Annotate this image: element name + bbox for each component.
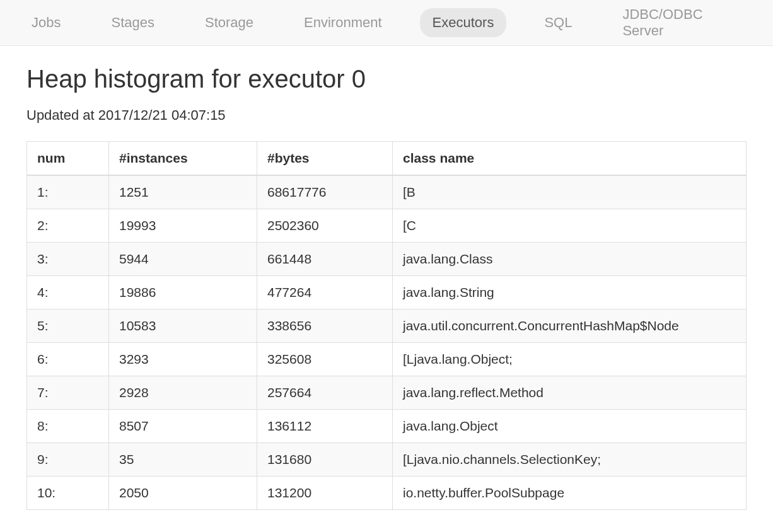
cell-bytes: 661448 bbox=[257, 243, 393, 276]
nav-link-jobs[interactable]: Jobs bbox=[19, 8, 73, 37]
cell-instances: 2928 bbox=[109, 376, 257, 410]
cell-instances: 8507 bbox=[109, 410, 257, 443]
cell-bytes: 136112 bbox=[257, 410, 393, 443]
table-row: 2:199932502360[C bbox=[27, 209, 747, 243]
cell-instances: 1251 bbox=[109, 175, 257, 209]
cell-instances: 5944 bbox=[109, 243, 257, 276]
cell-instances: 19993 bbox=[109, 209, 257, 243]
cell-class-name: [C bbox=[393, 209, 747, 243]
cell-bytes: 338656 bbox=[257, 309, 393, 343]
cell-class-name: java.lang.String bbox=[393, 276, 747, 309]
cell-num: 10: bbox=[27, 477, 109, 510]
col-header-num[interactable]: num bbox=[27, 142, 109, 176]
cell-bytes: 131680 bbox=[257, 443, 393, 477]
cell-instances: 2050 bbox=[109, 477, 257, 510]
nav-tab-sql: SQL bbox=[532, 8, 584, 37]
cell-bytes: 68617776 bbox=[257, 175, 393, 209]
cell-class-name: io.netty.buffer.PoolSubpage bbox=[393, 477, 747, 510]
cell-instances: 3293 bbox=[109, 343, 257, 376]
cell-class-name: [B bbox=[393, 175, 747, 209]
col-header-instances[interactable]: #instances bbox=[109, 142, 257, 176]
cell-class-name: java.util.concurrent.ConcurrentHashMap$N… bbox=[393, 309, 747, 343]
cell-num: 4: bbox=[27, 276, 109, 309]
nav-link-environment[interactable]: Environment bbox=[291, 8, 395, 37]
nav-tab-stages: Stages bbox=[98, 8, 167, 37]
table-row: 7:2928257664java.lang.reflect.Method bbox=[27, 376, 747, 410]
nav-link-sql[interactable]: SQL bbox=[532, 8, 584, 37]
cell-instances: 10583 bbox=[109, 309, 257, 343]
heap-histogram-table: num #instances #bytes class name 1:12516… bbox=[26, 141, 747, 510]
table-row: 10:2050131200io.netty.buffer.PoolSubpage bbox=[27, 477, 747, 510]
nav-tab-jdbc-odbc: JDBC/ODBC Server bbox=[610, 0, 729, 45]
cell-class-name: java.lang.reflect.Method bbox=[393, 376, 747, 410]
page-title: Heap histogram for executor 0 bbox=[26, 65, 747, 93]
nav-tab-jobs: Jobs bbox=[19, 8, 73, 37]
nav-link-jdbc-odbc[interactable]: JDBC/ODBC Server bbox=[610, 0, 729, 45]
col-header-bytes[interactable]: #bytes bbox=[257, 142, 393, 176]
table-row: 8:8507136112java.lang.Object bbox=[27, 410, 747, 443]
cell-class-name: java.lang.Object bbox=[393, 410, 747, 443]
cell-class-name: [Ljava.lang.Object; bbox=[393, 343, 747, 376]
cell-num: 7: bbox=[27, 376, 109, 410]
nav-link-executors[interactable]: Executors bbox=[420, 8, 507, 37]
main-container: Heap histogram for executor 0 Updated at… bbox=[0, 46, 773, 523]
cell-num: 6: bbox=[27, 343, 109, 376]
table-row: 9:35131680[Ljava.nio.channels.SelectionK… bbox=[27, 443, 747, 477]
cell-instances: 19886 bbox=[109, 276, 257, 309]
cell-class-name: java.lang.Class bbox=[393, 243, 747, 276]
cell-num: 1: bbox=[27, 175, 109, 209]
cell-num: 3: bbox=[27, 243, 109, 276]
table-row: 5:10583338656java.util.concurrent.Concur… bbox=[27, 309, 747, 343]
table-header-row: num #instances #bytes class name bbox=[27, 142, 747, 176]
col-header-class-name[interactable]: class name bbox=[393, 142, 747, 176]
cell-bytes: 325608 bbox=[257, 343, 393, 376]
cell-bytes: 131200 bbox=[257, 477, 393, 510]
cell-num: 2: bbox=[27, 209, 109, 243]
cell-class-name: [Ljava.nio.channels.SelectionKey; bbox=[393, 443, 747, 477]
cell-instances: 35 bbox=[109, 443, 257, 477]
cell-num: 8: bbox=[27, 410, 109, 443]
cell-num: 9: bbox=[27, 443, 109, 477]
table-row: 6:3293325608[Ljava.lang.Object; bbox=[27, 343, 747, 376]
top-navbar: Jobs Stages Storage Environment Executor… bbox=[0, 0, 773, 46]
nav-link-stages[interactable]: Stages bbox=[98, 8, 167, 37]
cell-bytes: 257664 bbox=[257, 376, 393, 410]
cell-num: 5: bbox=[27, 309, 109, 343]
nav-link-storage[interactable]: Storage bbox=[192, 8, 266, 37]
cell-bytes: 477264 bbox=[257, 276, 393, 309]
table-row: 1:125168617776[B bbox=[27, 175, 747, 209]
nav-tab-environment: Environment bbox=[291, 8, 395, 37]
cell-bytes: 2502360 bbox=[257, 209, 393, 243]
updated-at: Updated at 2017/12/21 04:07:15 bbox=[26, 107, 747, 124]
table-row: 3:5944661448java.lang.Class bbox=[27, 243, 747, 276]
table-row: 4:19886477264java.lang.String bbox=[27, 276, 747, 309]
nav-tabs: Jobs Stages Storage Environment Executor… bbox=[0, 0, 773, 45]
nav-tab-executors: Executors bbox=[420, 8, 507, 37]
nav-tab-storage: Storage bbox=[192, 8, 266, 37]
